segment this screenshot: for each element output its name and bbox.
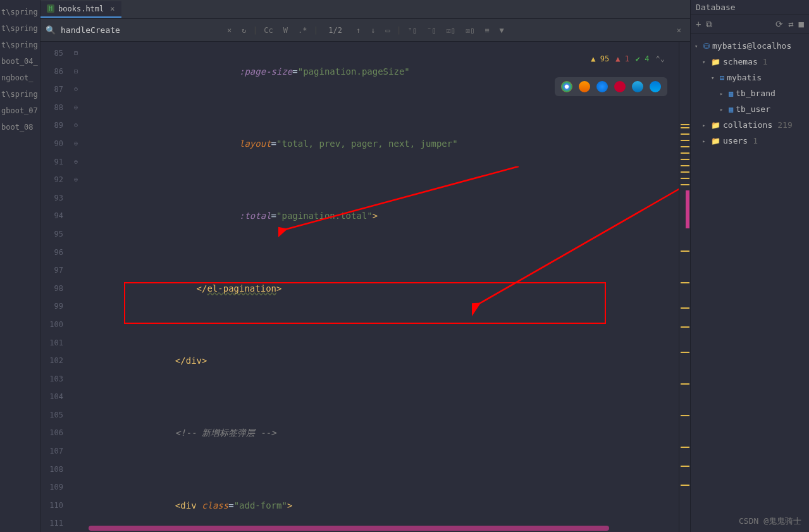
table-icon: ▦ <box>729 89 733 98</box>
select-next-icon[interactable]: ☑▯ <box>442 25 459 36</box>
project-item[interactable]: ngboot_ <box>0 70 40 86</box>
history-icon[interactable]: ↻ <box>238 25 250 36</box>
chevron-right-icon: ▸ <box>720 90 726 97</box>
fold-icon[interactable]: ⊖ <box>70 153 82 171</box>
fold-icon[interactable]: ⊖ <box>70 99 82 117</box>
collations-node[interactable]: ▸ 📁 collations 219 <box>693 117 806 133</box>
fold-gutter: ⊟ ⊟ ⊖ ⊖ ⊖ ⊖ ⊖ ⊖ <box>70 42 82 532</box>
chevron-down-icon: ▾ <box>695 43 701 49</box>
chevron-right-icon: ▸ <box>720 106 726 113</box>
safari-icon[interactable] <box>596 81 608 92</box>
folder-icon: 📁 <box>711 58 720 66</box>
fold-icon[interactable]: ⊖ <box>70 135 82 153</box>
chevron-updown-icon[interactable]: ⌃⌄ <box>656 54 665 63</box>
add-datasource-icon[interactable]: + <box>696 19 701 30</box>
settings-icon[interactable]: ≡ <box>481 25 493 36</box>
sync-icon[interactable]: ⇄ <box>788 19 793 30</box>
prev-match-icon[interactable]: ↑ <box>352 25 364 36</box>
project-item[interactable]: boot_04_ <box>0 53 40 70</box>
editor[interactable]: 858687 888990 919293 949596 979899 10010… <box>40 42 690 532</box>
project-item[interactable]: boot_08 <box>0 119 40 135</box>
chevron-down-icon: ▾ <box>702 59 708 65</box>
match-case-button[interactable]: Cc <box>260 25 276 36</box>
unselect-icon[interactable]: ☒▯ <box>462 25 478 36</box>
schema-icon: ⊞ <box>720 73 724 82</box>
firefox-icon[interactable] <box>579 81 590 92</box>
horizontal-scrollbar[interactable] <box>89 526 609 531</box>
inspection-bar[interactable]: ▲ 95 ▲ 1 ✔ 4 ⌃⌄ <box>588 53 667 65</box>
code-area[interactable]: :page-size="pagination.pageSize" layout=… <box>82 42 679 532</box>
html-file-icon: H <box>47 4 54 13</box>
schema-node[interactable]: ▾ ⊞ mybatis <box>693 70 806 85</box>
tab-label: books.html <box>58 4 104 13</box>
fold-icon[interactable]: ⊖ <box>70 116 82 135</box>
line-gutter: 858687 888990 919293 949596 979899 10010… <box>40 42 70 532</box>
table-icon: ▦ <box>729 105 733 114</box>
clear-search-icon[interactable]: × <box>223 25 235 36</box>
next-match-icon[interactable]: ↓ <box>367 25 379 36</box>
search-input[interactable] <box>61 25 221 35</box>
regex-button[interactable]: .* <box>294 25 311 36</box>
stop-icon[interactable]: ■ <box>799 19 804 30</box>
duplicate-icon[interactable]: ⧉ <box>706 19 712 30</box>
database-panel-title: Database <box>691 0 809 15</box>
database-tree: ▾ ⛁ mybatis@localhos ▾ 📁 schemas 1 ▾ ⊞ m… <box>691 34 809 152</box>
tab-bar: H books.html × <box>40 0 690 19</box>
add-selection-icon[interactable]: ⁺▯ <box>404 25 420 36</box>
watermark: CSDN @鬼鬼骑士 <box>739 516 801 527</box>
search-bar: 🔍 × ↻ | Cc W .* | 1/2 ↑ ↓ ▭ | ⁺▯ ⁻▯ ☑▯ ☒… <box>40 19 690 42</box>
close-icon[interactable]: × <box>110 4 114 13</box>
filter-icon[interactable]: ▼ <box>496 25 508 36</box>
ie-icon[interactable] <box>632 81 643 92</box>
project-item[interactable]: t\spring <box>0 4 40 20</box>
project-item[interactable]: gboot_07 <box>0 102 40 119</box>
search-count: 1/2 <box>328 26 342 35</box>
project-list: t\spring t\spring t\spring boot_04_ ngbo… <box>0 0 40 532</box>
table-node[interactable]: ▸ ▦ tb_user <box>693 101 806 117</box>
fold-icon[interactable]: ⊖ <box>70 171 82 189</box>
project-item[interactable]: t\spring <box>0 86 40 102</box>
chevron-right-icon: ▸ <box>702 122 708 128</box>
chrome-icon[interactable] <box>561 81 572 92</box>
schemas-node[interactable]: ▾ 📁 schemas 1 <box>693 54 806 70</box>
users-node[interactable]: ▸ 📁 users 1 <box>693 133 806 149</box>
chevron-right-icon: ▸ <box>702 138 708 144</box>
fold-icon[interactable]: ⊟ <box>70 44 82 63</box>
chevron-down-icon: ▾ <box>711 75 717 81</box>
project-item[interactable]: t\spring <box>0 20 40 37</box>
fold-icon[interactable]: ⊟ <box>70 63 82 81</box>
database-toolbar: + ⧉ ⟳ ⇄ ■ <box>691 15 809 34</box>
warning-icon[interactable]: ▲ 95 <box>591 54 609 63</box>
folder-icon: 📁 <box>711 121 720 130</box>
close-search-icon[interactable]: × <box>673 25 685 36</box>
remove-selection-icon[interactable]: ⁻▯ <box>423 25 440 36</box>
words-button[interactable]: W <box>280 25 292 36</box>
select-all-icon[interactable]: ▭ <box>381 25 393 36</box>
fold-icon[interactable]: ⊖ <box>70 80 82 99</box>
error-icon[interactable]: ▲ 1 <box>615 54 629 63</box>
tab-books[interactable]: H books.html × <box>40 1 121 18</box>
opera-icon[interactable] <box>614 81 626 92</box>
db-connection[interactable]: ▾ ⛁ mybatis@localhos <box>693 38 806 54</box>
database-panel: Database + ⧉ ⟳ ⇄ ■ ▾ ⛁ mybatis@localhos … <box>690 0 809 532</box>
search-icon: 🔍 <box>46 25 56 35</box>
project-item[interactable]: t\spring <box>0 37 40 53</box>
refresh-icon[interactable]: ⟳ <box>775 19 783 30</box>
edge-icon[interactable] <box>650 81 661 92</box>
database-icon: ⛁ <box>703 42 710 51</box>
table-node[interactable]: ▸ ▦ tb_brand <box>693 85 806 101</box>
ok-icon[interactable]: ✔ 4 <box>636 54 650 63</box>
error-stripe[interactable] <box>679 42 690 532</box>
folder-icon: 📁 <box>711 137 720 145</box>
browser-preview-bar <box>555 77 667 96</box>
